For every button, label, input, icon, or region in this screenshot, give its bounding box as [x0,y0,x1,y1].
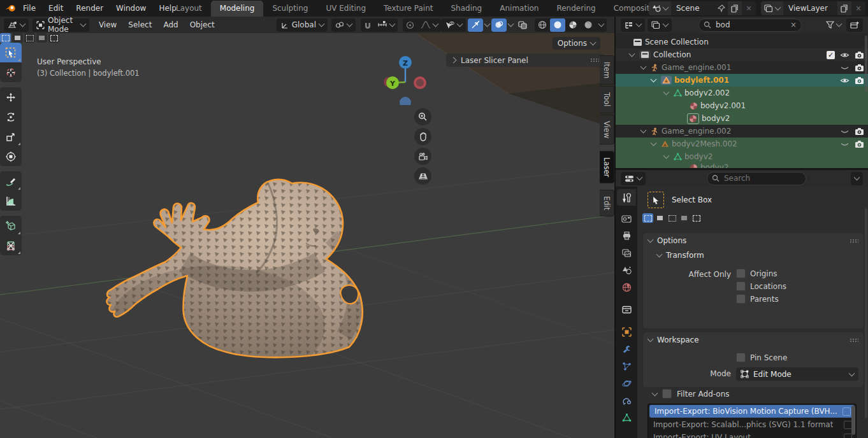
addon-list-scrollbar[interactable] [851,406,855,435]
outliner-search-input[interactable] [714,20,787,30]
gizmos-toggle[interactable] [468,18,483,32]
expand-icon[interactable] [651,140,657,146]
tool-mode-intersect[interactable] [691,213,702,223]
expand-icon[interactable] [663,153,670,159]
addon-enable-checkbox[interactable] [843,407,851,416]
shading-rendered-button[interactable] [581,18,596,32]
tab-animation[interactable]: Animation [491,1,547,17]
properties-search-input[interactable] [723,173,795,183]
menu-edit[interactable]: Edit [42,0,69,17]
camera-icon[interactable] [855,127,864,136]
scene-name[interactable]: Scene [671,4,718,13]
chevron-down-icon[interactable] [508,21,514,27]
tab-shading[interactable]: Shading [442,1,491,17]
sidebar-tab-item[interactable]: Item [600,55,614,85]
ptab-output[interactable] [617,227,636,244]
ptab-object[interactable] [617,323,636,340]
viewlayer-name[interactable]: ViewLayer [783,4,837,13]
camera-icon[interactable] [855,140,864,148]
ptab-modifiers[interactable] [617,341,636,357]
snap-toggle[interactable] [361,18,375,32]
addon-item-bvh[interactable]: Import-Export: BioVision Motion Capture … [649,405,855,418]
camera-icon[interactable] [855,76,864,85]
ptab-data[interactable] [617,409,636,426]
tool-measure[interactable] [0,191,22,211]
shading-material-button[interactable] [565,18,581,32]
outliner-row-bodyv2-material[interactable]: bodyv2 [616,112,868,125]
tab-sculpting[interactable]: Sculpting [263,1,317,17]
outliner-row-game-engine-002[interactable]: Game_engine.002 [616,125,868,138]
camera-icon[interactable] [855,51,864,59]
new-viewlayer-button[interactable] [837,1,851,15]
menu-window[interactable]: Window [110,0,152,17]
pan-button[interactable] [414,128,431,145]
ptab-physics[interactable] [617,375,636,392]
addon-item-svg[interactable]: Import-Export: Scalabl...phics (SVG) 1.1… [648,418,856,431]
addon-item-uv-layout[interactable]: Import-Export: UV Layout [648,431,856,438]
tool-mode-extend[interactable] [655,213,665,223]
sidebar-tab-tool[interactable]: Tool [600,86,614,113]
outliner-row-bodyv2-002[interactable]: bodyv2.002 [616,87,868,99]
sidebar-tab-edit[interactable]: Edit [600,190,614,216]
navigation-gizmo[interactable]: Z Y [380,54,431,105]
blender-logo-icon[interactable] [5,4,17,13]
viewport-menu-select[interactable]: Select [122,20,157,29]
ptab-collection[interactable] [617,301,636,318]
tool-mode-new[interactable] [642,213,653,223]
tab-texture-paint[interactable]: Texture Paint [375,1,442,17]
menu-render[interactable]: Render [69,0,110,17]
outliner-row-collection[interactable]: Collection ✓ [616,48,868,61]
transform-orientation-dropdown[interactable]: Global [277,18,328,32]
tool-scale[interactable] [0,127,22,146]
outliner-row-bodyv2-data[interactable]: bodyv2 [616,150,868,163]
pin-icon[interactable] [718,4,725,12]
viewport-3d[interactable]: User Perspective (3) Collection | bodyle… [0,33,614,438]
proportional-edit-toggle[interactable] [403,18,417,32]
ptab-constraints[interactable] [617,392,636,409]
outliner-row-bodyv2-001-material[interactable]: bodyv2.001 [616,99,868,112]
shading-dropdown[interactable] [596,18,607,32]
eye-icon[interactable] [840,76,850,85]
ptab-render[interactable] [617,210,636,227]
outliner-row-bodyv2-partial[interactable]: bodyv2 [616,163,868,168]
outliner-row-bodyleft-001[interactable]: bodyleft.001 [616,74,868,87]
tab-layout[interactable]: Layout [167,1,211,17]
outliner-viewlayer-filter-dropdown[interactable] [647,18,672,32]
tool-add-cube[interactable] [0,216,22,236]
tool-mode-invert[interactable] [679,213,690,223]
viewport-menu-view[interactable]: View [93,20,122,29]
expand-icon[interactable] [640,127,647,134]
shading-solid-button[interactable] [550,18,565,32]
shading-wireframe-button[interactable] [535,18,550,32]
outliner-row-game-engine-001[interactable]: Game_engine.001 [616,61,868,74]
eye-closed-icon[interactable] [840,64,850,72]
model-bodyleft[interactable] [89,167,395,377]
origins-checkbox[interactable] [736,269,746,278]
properties-editor-type-button[interactable] [621,172,646,185]
pivot-point-dropdown[interactable] [331,18,356,32]
outliner-filter-dropdown[interactable] [826,21,841,29]
sidebar-tab-laser[interactable]: Laser [600,151,614,183]
options-panel-header[interactable]: Options [643,233,864,248]
ptab-tool[interactable] [617,189,636,206]
addon-enable-checkbox[interactable] [844,434,852,438]
menu-file[interactable]: File [17,0,42,17]
viewlayer-browse-button[interactable] [761,1,783,15]
ptab-scene[interactable] [617,262,636,278]
panel-grip-icon[interactable] [850,239,858,243]
parents-checkbox[interactable] [736,294,746,304]
expand-icon[interactable] [629,51,635,57]
tool-transform[interactable] [0,146,22,166]
viewport-menu-object[interactable]: Object [184,20,221,29]
tool-move[interactable] [0,87,22,107]
zoom-button[interactable] [414,108,431,125]
expand-icon[interactable] [640,64,647,70]
scene-browse-button[interactable] [649,1,671,15]
transform-subpanel-header[interactable]: Transform [643,248,864,262]
proportional-falloff-dropdown[interactable] [417,18,441,32]
laser-slicer-panel-header[interactable]: Laser Slicer Panel [446,53,604,67]
panel-grip-icon[interactable] [850,338,858,343]
tool-annotate[interactable] [0,171,22,191]
ortho-toggle-button[interactable] [414,167,431,185]
tab-rendering[interactable]: Rendering [547,1,604,17]
